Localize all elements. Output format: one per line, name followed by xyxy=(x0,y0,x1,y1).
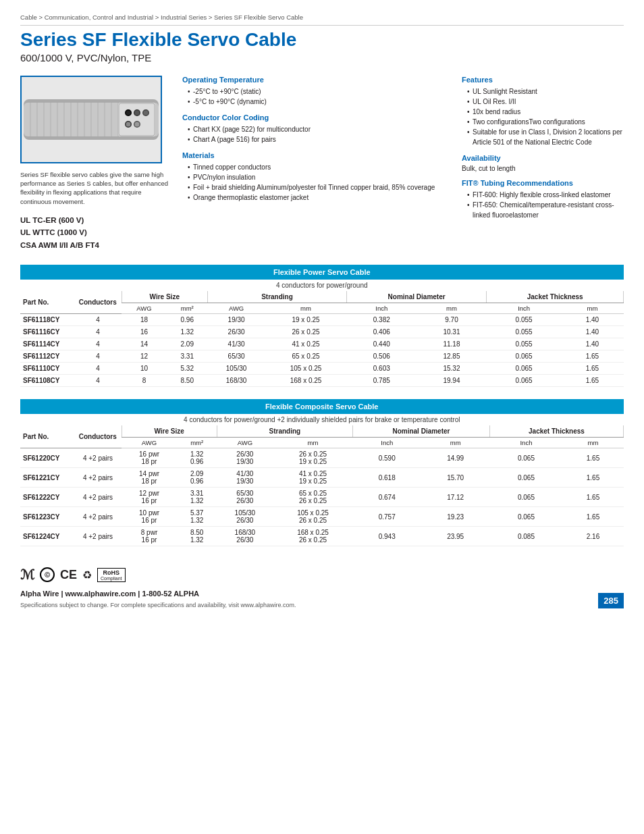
cell-mm2: 8.501.32 xyxy=(177,527,217,546)
cell-mm2: 5.371.32 xyxy=(177,507,217,527)
cell-strand-awg: 41/30 xyxy=(208,338,265,350)
cell-awg: 12 pwr16 pr xyxy=(122,488,177,507)
cell-strand-mm: 26 x 0.25 xyxy=(265,326,347,338)
cell-conductors: 4 xyxy=(74,326,122,338)
cell-partno: SF61116CY xyxy=(20,326,74,338)
cell-inch: 0.603 xyxy=(346,363,417,375)
cell-jacket-mm: 1.65 xyxy=(563,488,624,507)
subcol-mm2: mm² xyxy=(167,303,208,314)
cell-inch: 0.757 xyxy=(353,507,421,527)
table-row: SF61116CY 4 16 1.32 26/30 26 x 0.25 0.40… xyxy=(20,326,624,338)
features-list: UL Sunlight Resistant UL Oil Res. I/II 1… xyxy=(462,86,624,147)
cell-mm-diam: 14.99 xyxy=(421,448,489,468)
cell-jacket-mm: 1.65 xyxy=(561,350,623,363)
col2-wiresize: Wire Size xyxy=(122,425,217,438)
list-item: Orange thermoplastic elastomer jacket xyxy=(188,192,441,203)
list-item: Two configurationsTwo configurations xyxy=(467,117,624,127)
cell-jacket-inch: 0.055 xyxy=(487,338,562,350)
cell-mm2: 1.32 xyxy=(167,326,208,338)
cell-conductors: 4 +2 pairs xyxy=(74,468,122,488)
table-row: SF61220CY 4 +2 pairs 16 pwr18 pr 1.320.9… xyxy=(20,448,624,468)
cell-conductors: 4 xyxy=(74,363,122,375)
footer-company: Alpha Wire | www.alphawire.com | 1-800-5… xyxy=(20,590,624,598)
certifications: UL TC-ER (600 V) UL WTTC (1000 V) CSA AW… xyxy=(20,214,169,251)
cell-mm-diam: 15.70 xyxy=(421,468,489,488)
cell-partno: SF61118CY xyxy=(20,314,74,326)
conductor-color-list: Chart KX (page 522) for multiconductor C… xyxy=(182,124,441,145)
table2-subheader: 4 conductors for power/ground +2 individ… xyxy=(20,414,624,425)
page-subtitle: 600/1000 V, PVC/Nylon, TPE xyxy=(20,52,624,63)
cell-partno: SF61110CY xyxy=(20,363,74,375)
cell-mm2: 2.090.96 xyxy=(177,468,217,488)
cell-strand-awg: 26/30 xyxy=(208,326,265,338)
col-partno: Part No. xyxy=(20,291,74,314)
cell-strand-awg: 19/30 xyxy=(208,314,265,326)
list-item: Suitable for use in Class I, Division 2 … xyxy=(467,127,624,147)
cell-mm-diam: 10.31 xyxy=(417,326,487,338)
subcol-inch1: Inch xyxy=(346,303,417,314)
cell-jacket-inch: 0.085 xyxy=(489,527,562,546)
subcol-inch2: Inch xyxy=(487,303,562,314)
cell-jacket-inch: 0.065 xyxy=(489,507,562,527)
cell-jacket-mm: 1.65 xyxy=(563,507,624,527)
cell-partno: SF61108CY xyxy=(20,375,74,387)
cell-partno: SF61114CY xyxy=(20,338,74,350)
cell-conductors: 4 xyxy=(74,350,122,363)
list-item: Foil + braid shielding Aluminum/polyeste… xyxy=(188,182,441,192)
footer: ℳ Ⓒ CE ♻ RoHS Compliant Alpha Wire | www… xyxy=(20,567,624,608)
subcol2-inch1: Inch xyxy=(353,438,421,448)
cell-strand-awg: 65/3026/30 xyxy=(217,488,273,507)
cell-strand-mm: 105 x 0.2526 x 0.25 xyxy=(273,507,353,527)
cell-strand-awg: 26/3019/30 xyxy=(217,448,273,468)
subcol2-awg1: AWG xyxy=(122,438,177,448)
table-row: SF61110CY 4 10 5.32 105/30 105 x 0.25 0.… xyxy=(20,363,624,375)
cell-strand-mm: 65 x 0.25 xyxy=(265,350,347,363)
rohs-badge: RoHS Compliant xyxy=(97,568,126,582)
col2-nominaldiameter: Nominal Diameter xyxy=(353,425,490,438)
cell-strand-mm: 26 x 0.2519 x 0.25 xyxy=(273,448,353,468)
cell-awg: 10 pwr16 pr xyxy=(122,507,177,527)
cable-image xyxy=(20,76,162,163)
power-cable-table-section: Flexible Power Servo Cable 4 conductors … xyxy=(20,265,624,387)
cell-conductors: 4 +2 pairs xyxy=(74,527,122,546)
table-row: SF61118CY 4 18 0.96 19/30 19 x 0.25 0.38… xyxy=(20,314,624,326)
availability-heading: Availability xyxy=(462,154,624,162)
composite-cable-table-section: Flexible Composite Servo Cable 4 conduct… xyxy=(20,399,624,546)
cell-partno: SF61223CY xyxy=(20,507,74,527)
cell-mm2: 8.50 xyxy=(167,375,208,387)
cell-conductors: 4 xyxy=(74,338,122,350)
table-row: SF61224CY 4 +2 pairs 8 pwr16 pr 8.501.32… xyxy=(20,527,624,546)
cell-jacket-inch: 0.065 xyxy=(489,488,562,507)
col-nominaldiameter: Nominal Diameter xyxy=(346,291,486,303)
cell-strand-mm: 19 x 0.25 xyxy=(265,314,347,326)
table2-header: Flexible Composite Servo Cable xyxy=(20,399,624,414)
cell-conductors: 4 +2 pairs xyxy=(74,448,122,468)
cell-inch: 0.674 xyxy=(353,488,421,507)
cell-awg: 8 xyxy=(122,375,167,387)
table-row: SF61223CY 4 +2 pairs 10 pwr16 pr 5.371.3… xyxy=(20,507,624,527)
cell-mm-diam: 17.12 xyxy=(421,488,489,507)
cell-conductors: 4 xyxy=(74,314,122,326)
cell-strand-awg: 41/3019/30 xyxy=(217,468,273,488)
csa-icon: Ⓒ xyxy=(40,567,55,582)
cell-strand-mm: 105 x 0.25 xyxy=(265,363,347,375)
ul-icon: ℳ xyxy=(20,567,34,583)
footer-note: Specifications subject to change. For co… xyxy=(20,602,296,608)
cell-mm-diam: 12.85 xyxy=(417,350,487,363)
cell-mm-diam: 19.94 xyxy=(417,375,487,387)
cell-inch: 0.382 xyxy=(346,314,417,326)
cell-strand-awg: 65/30 xyxy=(208,350,265,363)
cell-inch: 0.406 xyxy=(346,326,417,338)
cell-mm-diam: 19.23 xyxy=(421,507,489,527)
cell-mm2: 5.32 xyxy=(167,363,208,375)
page-title: Series SF Flexible Servo Cable xyxy=(20,30,624,51)
cell-strand-mm: 168 x 0.2526 x 0.25 xyxy=(273,527,353,546)
col-stranding: Stranding xyxy=(208,291,347,303)
cell-awg: 14 pwr18 pr xyxy=(122,468,177,488)
image-caption: Series SF flexible servo cables give the… xyxy=(20,170,169,206)
cell-awg: 18 xyxy=(122,314,167,326)
cell-conductors: 4 +2 pairs xyxy=(74,507,122,527)
cell-strand-mm: 41 x 0.2519 x 0.25 xyxy=(273,468,353,488)
svg-point-31 xyxy=(135,122,140,126)
cell-jacket-mm: 1.40 xyxy=(561,314,623,326)
